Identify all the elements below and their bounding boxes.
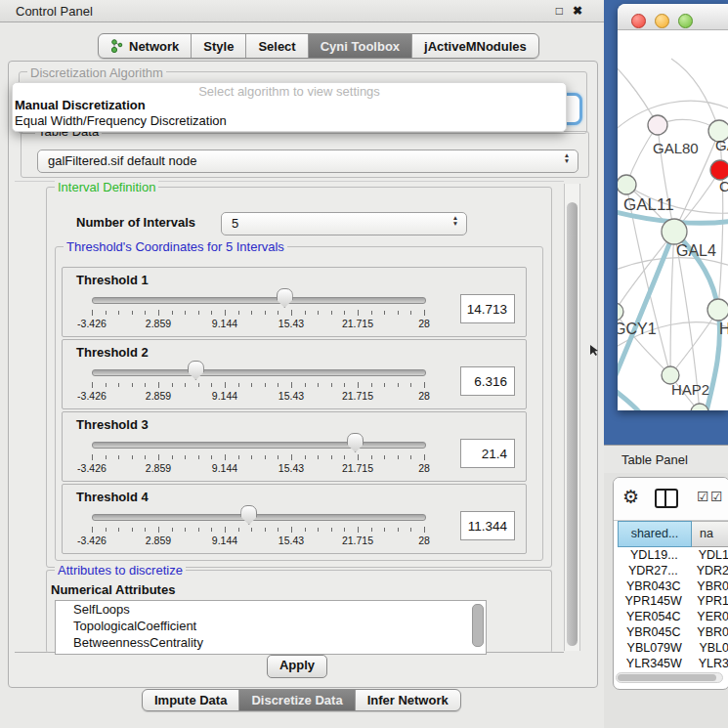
attribute-list-item[interactable]: SelfLoops [56, 601, 486, 618]
slider-tick [371, 455, 372, 459]
network-node[interactable] [707, 299, 728, 321]
slider-tick [132, 528, 133, 532]
slider-tick [225, 382, 226, 388]
slider-track[interactable] [92, 369, 426, 376]
table-cell: YBR043C [618, 579, 689, 595]
slider-tick [211, 528, 212, 532]
table-horizontal-scrollbar[interactable] [616, 672, 723, 683]
tab-discretize-data[interactable]: Discretize Data [239, 690, 355, 710]
table-data-combobox-value: galFiltered.sif default node [48, 153, 196, 168]
slider-tick [398, 383, 399, 387]
tab-select[interactable]: Select [246, 34, 308, 58]
slider-handle[interactable] [347, 433, 364, 452]
zoom-traffic-light[interactable] [678, 14, 693, 28]
slider-tick [344, 528, 345, 532]
algorithm-option[interactable]: Equal Width/Frequency Discretization [15, 113, 227, 128]
table-panel-title: Table Panel [621, 452, 688, 467]
slider-tick [384, 383, 385, 387]
network-canvas[interactable]: GAL80GACGAL11GAL4GCY1HHAP2 [618, 29, 728, 410]
table-row[interactable]: YDR27...YDR2 [618, 564, 728, 579]
close-traffic-light[interactable] [631, 14, 646, 28]
tab-impute-data[interactable]: Impute Data [143, 690, 239, 710]
threshold-value-field[interactable]: 11.344 [460, 511, 515, 540]
threshold-value-field[interactable]: 14.713 [460, 294, 515, 323]
split-columns-icon[interactable] [655, 489, 678, 508]
select-none-checkbox-icon[interactable]: ☑ [710, 489, 723, 504]
table-row[interactable]: YLR345WYLR3 [618, 657, 728, 672]
slider-tick [238, 311, 239, 315]
tab-style[interactable]: Style [192, 34, 246, 58]
table-settings-gear-icon[interactable]: ⚙ [622, 486, 639, 508]
slider-track[interactable] [92, 514, 426, 521]
attribute-list-item[interactable]: TopologicalCoefficient [56, 618, 486, 634]
network-edge[interactable] [670, 232, 674, 375]
slider-tick [106, 528, 107, 532]
slider-tick [158, 382, 159, 388]
threshold-label: Threshold 3 [76, 417, 149, 432]
minimize-traffic-light[interactable] [655, 14, 669, 28]
apply-button[interactable]: Apply [267, 655, 327, 678]
algorithm-option[interactable]: Manual Discretization [15, 98, 146, 112]
slider-tick [198, 528, 199, 532]
settings-scrollbar-thumb[interactable] [567, 202, 578, 646]
float-window-icon[interactable]: □ [556, 4, 563, 18]
tab-network[interactable]: Network [99, 34, 192, 58]
table-row[interactable]: YBR043CYBR0 [618, 579, 728, 595]
slider-handle[interactable] [277, 288, 293, 308]
network-node[interactable] [648, 115, 667, 135]
slider-tick [331, 455, 332, 459]
combo-arrows-icon: ▲▼ [562, 152, 572, 164]
tab-infer-network[interactable]: Infer Network [356, 690, 460, 710]
slider-tick [424, 310, 425, 316]
network-edge-thick[interactable] [618, 232, 674, 389]
table-hscrollbar-thumb[interactable] [618, 674, 716, 681]
select-all-checkbox-icon[interactable]: ☑ [697, 489, 709, 504]
network-node-label: GAL11 [623, 195, 674, 214]
slider-tick [424, 382, 425, 388]
close-window-icon[interactable]: ✖ [573, 4, 582, 18]
slider-tick [118, 455, 119, 459]
table-data-combobox[interactable]: galFiltered.sif default node ▲▼ [37, 150, 578, 173]
list-scrollbar-thumb[interactable] [472, 604, 484, 647]
table-row[interactable]: YPR145WYPR1 [618, 594, 728, 610]
numerical-attributes-list[interactable]: SelfLoopsTopologicalCoefficientBetweenne… [55, 600, 487, 655]
algorithm-popup-hint: Select algorithm to view settings [13, 84, 566, 99]
slider-tick [225, 454, 226, 460]
table-row[interactable]: YBR045CYBR0 [618, 625, 728, 641]
tab-jactivemnodules[interactable]: jActiveMNodules [412, 34, 538, 58]
slider-track[interactable] [92, 297, 426, 304]
slider-tick [92, 454, 93, 460]
table-cell: YLR345W [618, 657, 691, 672]
attribute-list-item[interactable]: BetweennessCentrality [56, 634, 486, 651]
table-column-header-name[interactable]: na [692, 521, 728, 547]
slider-handle[interactable] [240, 505, 257, 525]
numerical-attributes-title: Numerical Attributes [51, 582, 175, 597]
slider-tick [318, 455, 319, 459]
network-node[interactable] [618, 175, 636, 194]
slider-tick [278, 383, 278, 387]
network-edge-thick[interactable] [618, 383, 641, 410]
threshold-value-field[interactable]: 21.4 [460, 439, 515, 468]
table-row[interactable]: YBL079WYBL0 [618, 641, 728, 657]
slider-tick [398, 528, 399, 532]
slider-handle[interactable] [188, 361, 204, 380]
slider-tick [172, 383, 173, 387]
attributes-group-label: Attributes to discretize [55, 564, 186, 577]
table-column-header-shared[interactable]: shared... [618, 521, 692, 547]
slider-tick [331, 528, 332, 532]
network-edge[interactable] [618, 59, 658, 125]
settings-vertical-scrollbar[interactable] [564, 184, 580, 651]
network-node[interactable] [662, 219, 687, 244]
network-node[interactable] [618, 303, 623, 321]
slider-track[interactable] [92, 442, 426, 449]
table-row[interactable]: YDL19...YDL1 [618, 548, 728, 564]
table-row[interactable]: YER054CYER0 [618, 610, 728, 625]
number-of-intervals-combobox[interactable]: 5 ▲▼ [221, 212, 467, 236]
table-cell: YDR2 [689, 564, 728, 579]
threshold-value-field[interactable]: 6.316 [460, 366, 515, 396]
slider-tick [225, 310, 226, 316]
tab-cyni-toolbox[interactable]: Cyni Toolbox [309, 34, 412, 58]
network-node[interactable] [710, 160, 728, 180]
tab-label: Network [129, 39, 179, 54]
slider-tick [132, 311, 133, 315]
